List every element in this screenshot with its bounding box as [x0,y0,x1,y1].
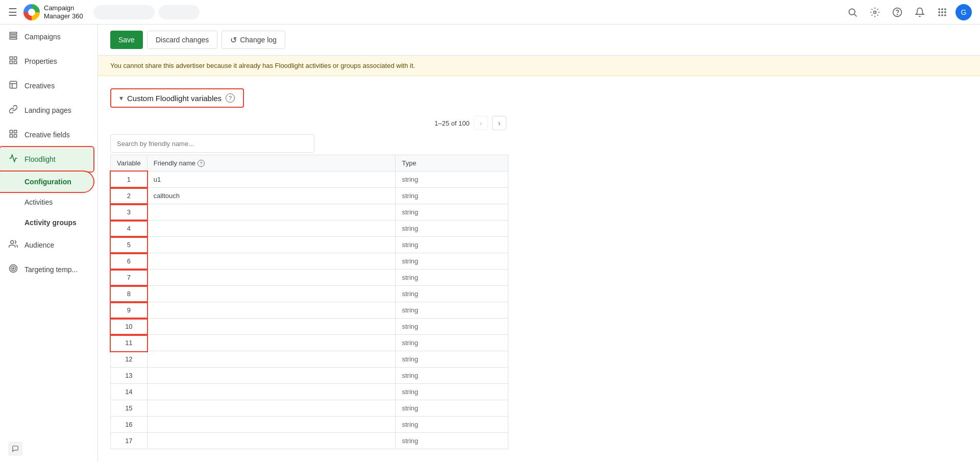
sidebar-item-creatives[interactable]: Creatives [0,74,93,98]
cell-friendly-name[interactable] [147,204,396,221]
section-header[interactable]: ▾ Custom Floodlight variables ? [110,88,244,108]
changelog-label: Change log [240,36,277,44]
cell-friendly-name[interactable]: u1 [147,172,396,188]
cell-variable: 1 [111,172,148,188]
account-pill-2[interactable] [159,5,200,19]
cell-friendly-name[interactable] [147,221,396,237]
page-content: ▾ Custom Floodlight variables ? 1–25 of … [98,76,980,462]
cell-friendly-name[interactable] [147,400,396,417]
section-help-icon[interactable]: ? [226,93,235,103]
content-area: Save Discard changes ↺ Change log You ca… [98,25,980,462]
floodlight-icon [8,154,18,165]
save-button[interactable]: Save [110,31,143,49]
variables-table: Variable Friendly name ? Type [110,155,508,449]
sidebar-sub-item-activity-groups[interactable]: Activity groups [0,212,93,233]
sidebar-label-targeting: Targeting temp... [24,265,78,274]
table-row: 6string [111,253,508,270]
audience-icon [8,239,18,251]
cell-friendly-name[interactable] [147,286,396,302]
cell-friendly-name[interactable] [147,253,396,270]
friendly-name-help-icon[interactable]: ? [198,160,205,167]
cell-friendly-name[interactable] [147,237,396,253]
cell-variable: 13 [111,368,148,384]
table-row: 17string [111,433,508,449]
cell-type: string [396,368,508,384]
app-logo: Campaign Manager 360 [23,4,83,20]
cell-friendly-name[interactable] [147,270,396,286]
cell-friendly-name[interactable]: calltouch [147,188,396,204]
pagination-text: 1–25 of 100 [434,119,470,127]
search-icon[interactable] [843,3,862,21]
svg-rect-14 [10,57,12,59]
table-row: 15string [111,400,508,417]
account-pill-1[interactable] [93,5,155,19]
svg-point-25 [11,266,16,271]
sidebar-sub-item-activities[interactable]: Activities [0,192,93,212]
settings-icon[interactable] [866,3,884,21]
search-input[interactable] [110,134,314,153]
cell-friendly-name[interactable] [147,302,396,319]
sidebar-label-creative-fields: Creative fields [24,131,70,139]
landing-pages-icon [8,105,18,116]
help-icon[interactable] [888,3,906,21]
sidebar-sub-label-activities: Activities [24,198,53,206]
cell-friendly-name[interactable] [147,319,396,335]
app-name-line2: Manager 360 [44,12,83,20]
cell-variable: 7 [111,270,148,286]
cell-friendly-name[interactable] [147,368,396,384]
changelog-button[interactable]: ↺ Change log [222,31,285,49]
menu-icon[interactable]: ☰ [8,6,17,18]
table-row: 10string [111,319,508,335]
col-header-friendly-name: Friendly name ? [147,155,396,172]
discard-button[interactable]: Discard changes [147,31,217,49]
col-header-type: Type [396,155,508,172]
svg-rect-6 [941,8,943,10]
svg-rect-9 [941,11,943,13]
cell-friendly-name[interactable] [147,335,396,351]
cell-type: string [396,319,508,335]
cell-type: string [396,204,508,221]
main-layout: Campaigns Properties Creatives Landing p… [0,25,980,462]
sidebar-item-campaigns[interactable]: Campaigns [0,25,93,49]
cell-variable: 11 [111,335,148,351]
cell-variable: 9 [111,302,148,319]
warning-message: You cannot share this advertiser because… [110,62,415,69]
creative-fields-icon [8,129,18,141]
table-row: 14string [111,384,508,400]
cell-variable: 14 [111,384,148,400]
table-row: 8string [111,286,508,302]
chevron-down-icon: ▾ [119,94,123,102]
sidebar-item-audience[interactable]: Audience [0,233,93,257]
svg-rect-19 [10,130,12,133]
sidebar-item-properties[interactable]: Properties [0,49,93,74]
sidebar-item-landing-pages[interactable]: Landing pages [0,98,93,123]
table-row: 16string [111,417,508,433]
sidebar-item-targeting[interactable]: Targeting temp... [0,257,93,282]
cell-friendly-name[interactable] [147,417,396,433]
sidebar-label-floodlight: Floodlight [24,155,56,163]
table-row: 7string [111,270,508,286]
avatar[interactable]: G [955,4,972,20]
cell-friendly-name[interactable] [147,384,396,400]
svg-rect-10 [944,11,946,13]
feedback-button[interactable] [8,442,22,456]
sidebar-feedback [0,435,97,462]
svg-rect-11 [939,14,940,16]
sidebar-item-creative-fields[interactable]: Creative fields [0,123,93,147]
table-row: 1u1string [111,172,508,188]
apps-icon[interactable] [933,3,951,21]
sidebar-item-floodlight[interactable]: Floodlight [0,147,93,172]
changelog-icon: ↺ [230,35,237,45]
help-char: ? [229,95,232,101]
table-row: 2calltouchstring [111,188,508,204]
notifications-icon[interactable] [911,3,929,21]
cell-friendly-name[interactable] [147,351,396,368]
cell-variable: 8 [111,286,148,302]
pagination-next-button[interactable]: › [492,116,506,130]
sidebar-sub-item-configuration[interactable]: Configuration [0,172,93,192]
pagination-prev-button[interactable]: ‹ [474,116,488,130]
svg-rect-8 [939,11,940,13]
cell-variable: 6 [111,253,148,270]
account-pills [93,5,200,19]
cell-friendly-name[interactable] [147,433,396,449]
